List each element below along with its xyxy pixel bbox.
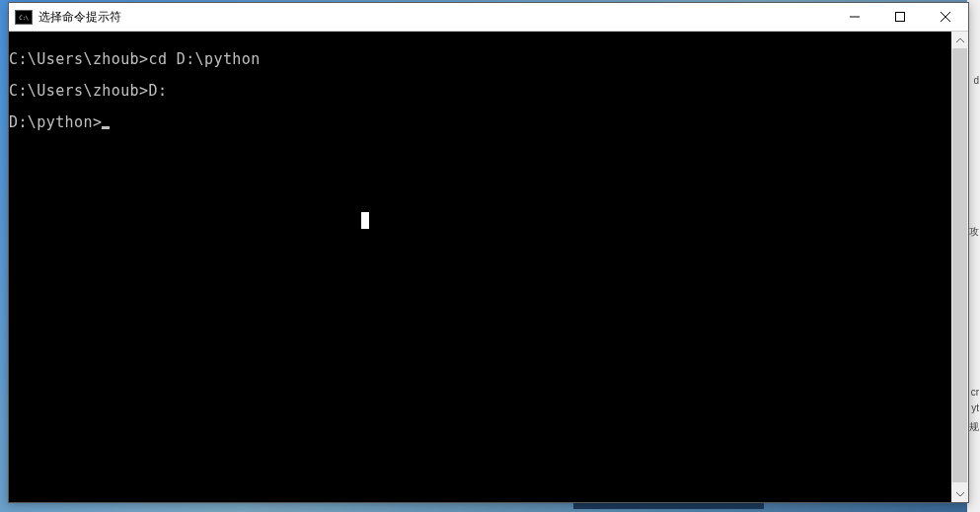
prompt: C:\Users\zhoub>: [9, 82, 148, 100]
panel-text: cr: [971, 387, 979, 398]
panel-text: 规: [969, 420, 979, 434]
window-controls: [832, 3, 968, 31]
maximize-button[interactable]: [877, 3, 923, 31]
prompt: C:\Users\zhoub>: [9, 50, 148, 68]
chevron-up-icon: [956, 38, 964, 42]
close-icon: [941, 12, 950, 22]
maximize-icon: [895, 12, 905, 22]
selection-cursor: [361, 212, 369, 229]
prompt: D:\python>: [9, 113, 102, 131]
scroll-thumb[interactable]: [952, 48, 967, 482]
console-wrap: C:\Users\zhoub>cd D:\python C:\Users\zho…: [9, 32, 968, 502]
panel-text: d: [973, 75, 979, 86]
panel-text: 攻: [969, 225, 979, 239]
scroll-down-button[interactable]: [951, 485, 968, 502]
chevron-down-icon: [956, 492, 964, 496]
minimize-button[interactable]: [832, 3, 877, 31]
cmd-text: D:: [148, 82, 167, 100]
window-title: 选择命令提示符: [38, 9, 832, 26]
minimize-icon: [850, 12, 860, 22]
cmd-icon: C:\: [15, 10, 33, 25]
vertical-scrollbar[interactable]: [951, 32, 968, 502]
text-cursor: [102, 126, 110, 129]
svg-rect-0: [896, 13, 905, 22]
panel-text: yt: [971, 402, 979, 413]
cmd-window: C:\ 选择命令提示符 C:\Users\zhoub>cd D:\python …: [8, 2, 969, 503]
console-area[interactable]: C:\Users\zhoub>cd D:\python C:\Users\zho…: [9, 32, 951, 502]
cmd-text: cd D:\python: [148, 50, 260, 68]
scroll-up-button[interactable]: [951, 32, 968, 48]
titlebar[interactable]: C:\ 选择命令提示符: [9, 3, 968, 32]
close-button[interactable]: [923, 3, 968, 31]
